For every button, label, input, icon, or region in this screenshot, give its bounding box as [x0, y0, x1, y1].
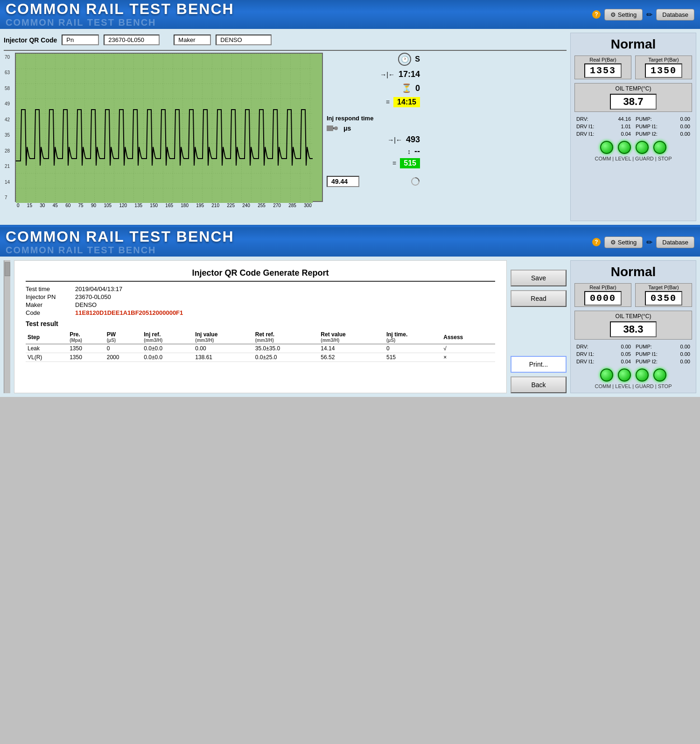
setting-button[interactable]: ⚙ Setting [604, 9, 643, 21]
svg-rect-1 [16, 54, 313, 203]
cell-inj-ref-1: 0.0±0.0 [142, 353, 193, 362]
cell-ret-ref-1: 0.0±25.0 [253, 353, 319, 362]
read-button[interactable]: Read [511, 290, 567, 307]
us-label: μs [343, 125, 351, 132]
cell-step-1: VL(R) [26, 353, 68, 362]
report-area: Injector QR Code Generate Report Test ti… [14, 260, 507, 393]
time3-value: 14:15 [393, 97, 420, 107]
scrollbar[interactable] [4, 260, 10, 393]
app-title-2: COMMON RAIL TEST BENCH [6, 229, 234, 244]
cell-assess-1: × [441, 353, 495, 362]
meta-row-maker: Maker DENSO [26, 301, 495, 308]
svg-point-4 [334, 126, 338, 130]
real-p-label-2: Real P(Bar) [576, 285, 630, 290]
col-pw: PW(μS) [105, 330, 142, 344]
cell-assess-0: √ [441, 344, 495, 353]
inj-respond-section: Inj respond time μs →|← 493 [327, 115, 420, 168]
drv2-item-5: PUMP I2:0.00 [634, 358, 692, 365]
target-pressure-box-2: Target P(Bar) 0350 [635, 283, 692, 307]
svg-rect-2 [327, 125, 333, 131]
cell-inj-val-0: 0.00 [193, 344, 253, 353]
injector-icon [327, 124, 341, 133]
col-inj-ref: Inj ref.(mm3/H) [142, 330, 193, 344]
maker-val: DENSO [75, 301, 97, 308]
code-key: Code [26, 309, 68, 316]
spinner-icon [411, 177, 420, 186]
time2-value: 0 [415, 83, 420, 93]
waveform-chart [16, 54, 313, 203]
setting-icon-2: ⚙ [610, 239, 616, 246]
arrow-icon2: →|← [387, 136, 402, 144]
drv-grid-bottom: DRV:0.00 PUMP:0.00 DRV I1:0.05 PUMP I1:0… [574, 343, 692, 365]
led-level-bottom [618, 369, 631, 382]
drv2-item-1: PUMP:0.00 [634, 343, 692, 350]
pressure-row-bottom: Real P(Bar) 0000 Target P(Bar) 0350 [574, 283, 692, 307]
table-header-row: Step Pre.(Mpa) PW(μS) Inj ref.(mm3/H) In… [26, 330, 495, 344]
col-pre: Pre.(Mpa) [68, 330, 105, 344]
equals-icon2: = [392, 160, 396, 167]
target-pressure-box: Target P(Bar) 1350 [635, 56, 692, 79]
scroll-thumb[interactable] [5, 262, 10, 276]
result-table: Step Pre.(Mpa) PW(μS) Inj ref.(mm3/H) In… [26, 330, 495, 362]
maker-value: DENSO [216, 35, 272, 45]
back-button[interactable]: Back [511, 376, 567, 393]
qr-row: Injector QR Code Pn 23670-0L050 Maker DE… [4, 33, 567, 47]
chart-info-panel: 🕐 S →|← 17:14 ⏳ 0 = 14:15 Inj respond [327, 53, 420, 208]
time1-row: →|← 17:14 [327, 70, 420, 79]
help-icon-2[interactable]: ? [592, 238, 601, 246]
target-p-value-2: 0350 [645, 291, 682, 306]
inj-icon-row: μs [327, 124, 420, 133]
cell-ret-val-0: 14.14 [319, 344, 385, 353]
test-time-val: 2019/04/04/13:17 [75, 285, 122, 292]
top-header: COMMON RAIL TEST BENCH COMMON RAIL TEST … [0, 0, 700, 29]
database-button-2[interactable]: Database [656, 236, 694, 248]
col-inj-val: Inj value(mm3/H) [193, 330, 253, 344]
inj-value2: 515 [400, 158, 420, 168]
real-p-value: 1353 [584, 63, 622, 78]
col-step: Step [26, 330, 68, 344]
injector-pn-val: 23670-0L050 [75, 293, 111, 300]
inj-dash-row: ↕ -- [327, 146, 420, 156]
left-panel: Injector QR Code Pn 23670-0L050 Maker DE… [4, 33, 567, 221]
app-subtitle-2: COMMON RAIL TEST BENCH [6, 245, 234, 256]
pencil-icon: ✏ [646, 10, 652, 19]
drv-grid-top: DRV:44.16 PUMP:0.00 DRV I1:1.01 PUMP I1:… [574, 116, 692, 137]
time2-row: ⏳ 0 [327, 83, 420, 93]
target-p-label: Target P(Bar) [637, 57, 691, 63]
report-title: Injector QR Code Generate Report [26, 268, 495, 282]
drv-item-4: DRV I1:0.04 [574, 131, 633, 137]
save-button[interactable]: Save [511, 270, 567, 286]
col-ret-ref: Ret ref.(mm3/H) [253, 330, 319, 344]
setting-button-2[interactable]: ⚙ Setting [604, 236, 643, 248]
inj-dash: -- [414, 146, 420, 156]
drv2-item-3: PUMP I1:0.00 [634, 351, 692, 357]
test-time-key: Test time [26, 285, 68, 292]
inj-value1-row: →|← 493 [327, 135, 420, 145]
help-icon[interactable]: ? [592, 10, 601, 19]
led-row-top [600, 141, 666, 154]
time3-row: = 14:15 [327, 97, 420, 107]
cell-inj-val-1: 138.61 [193, 353, 253, 362]
led-stop-top [653, 141, 666, 154]
spacer [511, 311, 567, 352]
oil-temp-value-bottom: 38.3 [610, 321, 657, 337]
pencil-icon-2: ✏ [646, 238, 652, 247]
cell-pre-1: 1350 [68, 353, 105, 362]
print-button[interactable]: Print... [511, 356, 567, 373]
col-ret-val: Ret value(mm3/H) [319, 330, 385, 344]
status-normal-bottom: Normal [611, 264, 656, 279]
col-inj-time: Inj time.(μS) [385, 330, 441, 344]
led-comm-top [600, 141, 613, 154]
arrow-icon1: →|← [380, 71, 395, 78]
chart-container: 70 63 58 49 42 35 28 21 14 7 [4, 53, 567, 208]
equals-icon: = [386, 98, 390, 106]
timer-icon: ⏳ [401, 83, 412, 93]
meta-row-time: Test time 2019/04/04/13:17 [26, 285, 495, 292]
top-right-panel: Normal Real P(Bar) 1353 Target P(Bar) 13… [570, 33, 696, 221]
led-row-bottom [600, 369, 666, 382]
database-button[interactable]: Database [656, 9, 694, 21]
led-stop-bottom [653, 369, 666, 382]
oil-temp-label-top: OIL TEMP(°C) [577, 85, 690, 92]
col-assess: Assess [441, 330, 495, 344]
cell-pw-0: 0 [105, 344, 142, 353]
